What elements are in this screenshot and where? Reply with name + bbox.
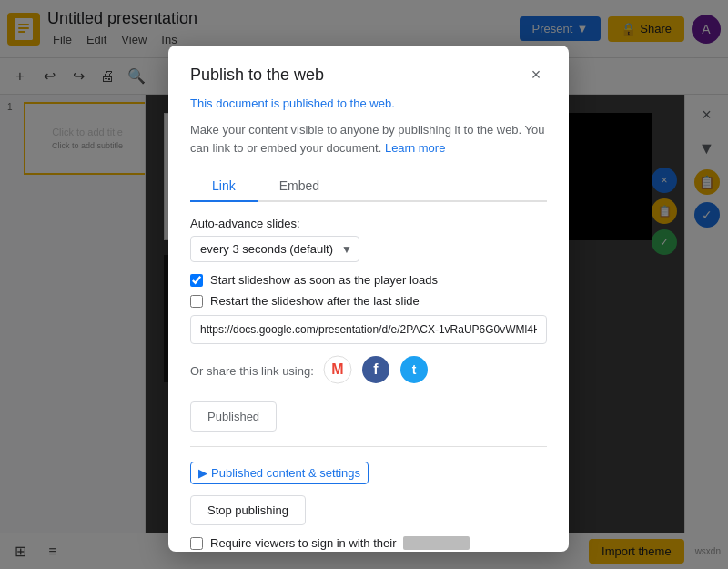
dialog-description: Make your content visible to anyone by p…: [190, 121, 547, 157]
facebook-share-icon[interactable]: f: [361, 355, 390, 387]
stop-publishing-button[interactable]: Stop publishing: [190, 495, 306, 525]
checkbox-restart-row: Restart the slideshow after the last sli…: [190, 294, 547, 308]
blurred-domain: [403, 536, 469, 550]
dialog-header: Publish to the web ×: [168, 46, 569, 97]
checkbox-restart[interactable]: [190, 295, 203, 308]
dialog-divider: [190, 446, 547, 447]
svg-text:M: M: [331, 361, 343, 377]
tab-embed[interactable]: Embed: [258, 171, 341, 202]
auto-advance-select-wrapper: every 3 seconds (default) every 5 second…: [190, 236, 359, 262]
auto-advance-group: Auto-advance slides: every 3 seconds (de…: [190, 217, 547, 262]
checkbox-slideshow[interactable]: [190, 274, 203, 287]
svg-text:t: t: [412, 362, 417, 377]
checkbox-slideshow-label: Start slideshow as soon as the player lo…: [210, 273, 438, 287]
twitter-share-icon[interactable]: t: [399, 355, 429, 387]
url-input[interactable]: [190, 315, 547, 344]
checkbox-restart-label: Restart the slideshow after the last sli…: [210, 294, 420, 308]
checkbox-require-signin[interactable]: [190, 537, 203, 550]
learn-more-link[interactable]: Learn more: [385, 141, 445, 155]
published-content-settings-toggle[interactable]: ▶ Published content & settings: [190, 462, 369, 484]
modal-overlay: Publish to the web × This document is pu…: [0, 0, 728, 569]
dialog-tabs: Link Embed: [190, 171, 547, 202]
share-label: Or share this link using:: [190, 364, 314, 378]
gmail-share-icon[interactable]: M: [323, 355, 352, 387]
expandable-section: ▶ Published content & settings: [190, 462, 547, 484]
expandable-label: Published content & settings: [211, 466, 360, 480]
triangle-icon: ▶: [198, 466, 207, 480]
app-background: Untitled presentation File Edit View Ins…: [0, 0, 728, 569]
published-notice: This document is published to the web.: [190, 97, 547, 110]
share-row: Or share this link using: M f: [190, 355, 547, 387]
publish-dialog: Publish to the web × This document is pu…: [168, 46, 569, 552]
auto-advance-select[interactable]: every 3 seconds (default) every 5 second…: [190, 236, 359, 262]
tab-link[interactable]: Link: [190, 171, 258, 202]
dialog-close-button[interactable]: ×: [525, 64, 547, 86]
svg-text:f: f: [373, 361, 379, 377]
auto-advance-label: Auto-advance slides:: [190, 217, 547, 230]
published-button[interactable]: Published: [190, 401, 277, 432]
dialog-body: This document is published to the web. M…: [168, 97, 569, 552]
dialog-title: Publish to the web: [190, 66, 324, 85]
checkbox-slideshow-row: Start slideshow as soon as the player lo…: [190, 273, 547, 287]
require-signin-row: Require viewers to sign in with their: [190, 536, 547, 550]
require-signin-label: Require viewers to sign in with their: [210, 536, 396, 550]
